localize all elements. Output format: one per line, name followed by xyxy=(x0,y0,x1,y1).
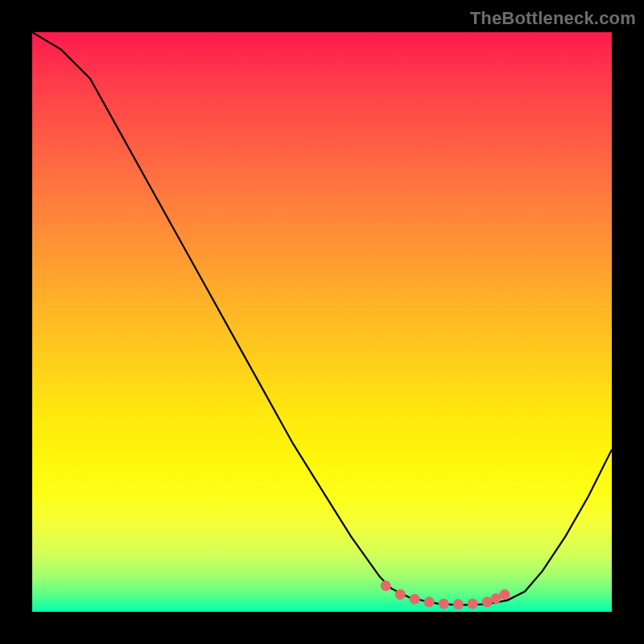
curve-marker xyxy=(439,598,449,609)
curve-marker xyxy=(381,580,391,591)
curve-marker xyxy=(499,589,510,600)
watermark-text: TheBottleneck.com xyxy=(470,8,636,29)
curve-marker xyxy=(410,594,420,605)
chart-svg xyxy=(32,32,612,612)
curve-markers xyxy=(381,580,510,609)
curve-marker xyxy=(395,589,406,600)
plot-area xyxy=(32,32,612,612)
curve-marker xyxy=(468,598,478,609)
chart-canvas: TheBottleneck.com xyxy=(0,0,644,644)
curve-marker xyxy=(453,599,464,609)
bottleneck-curve xyxy=(32,32,612,605)
curve-marker xyxy=(424,597,435,607)
